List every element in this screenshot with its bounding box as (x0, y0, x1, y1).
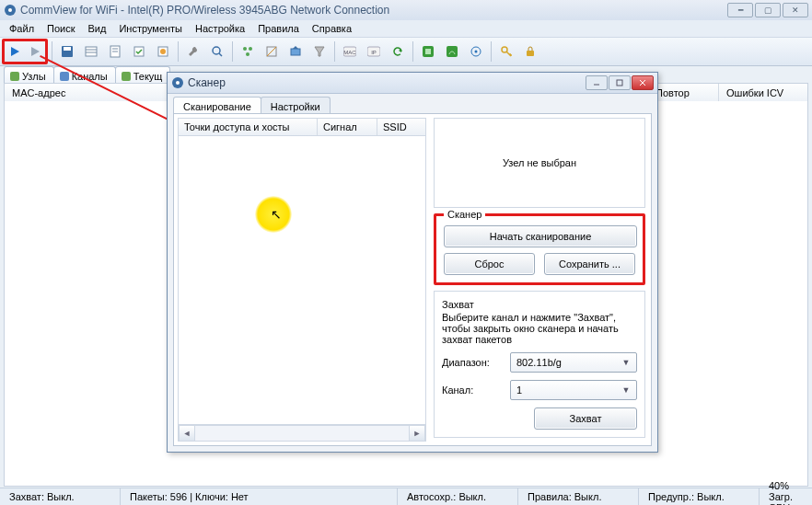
scanner-dialog: Сканер Сканирование Настройки Точки дост… (167, 72, 658, 453)
menu-help[interactable]: Справка (307, 22, 357, 35)
rules-icon[interactable] (128, 40, 150, 63)
scanner-title: Сканер (188, 76, 586, 89)
cursor-icon: ↖ (271, 207, 282, 222)
status-warns: Предупр.: Выкл. (639, 488, 760, 505)
list-icon[interactable] (80, 40, 102, 63)
svg-text:IP: IP (371, 50, 377, 55)
app-icon (4, 4, 17, 17)
capture-legend: Захват (442, 299, 637, 310)
scanner-tabs: Сканирование Настройки (173, 97, 330, 115)
scanner-left-pane: Точки доступа и хосты Сигнал SSID ◄ ► (178, 118, 426, 442)
scanner-right-pane: Узел не выбран Сканер Начать сканировани… (434, 118, 645, 442)
svg-rect-5 (64, 47, 71, 51)
status-autosave: Автосохр.: Выкл. (398, 488, 518, 505)
svg-point-19 (246, 52, 249, 56)
ip-icon[interactable]: IP (363, 40, 385, 63)
tab-nodes-label: Узлы (22, 71, 46, 82)
target-icon[interactable] (465, 40, 487, 63)
tab-channels[interactable]: Каналы (53, 66, 116, 85)
scroll-right-icon[interactable]: ► (409, 426, 425, 441)
svg-point-17 (243, 47, 247, 51)
tab-nodes[interactable]: Узлы (4, 66, 54, 85)
start-scan-button[interactable]: Начать сканирование (444, 225, 637, 247)
packet-gen-icon[interactable] (284, 40, 307, 63)
channel-value: 1 (516, 384, 522, 396)
main-title: CommView for WiFi - Intel(R) PRO/Wireles… (20, 4, 727, 17)
status-cpu: 40% Загр. CPU (760, 488, 812, 505)
capture-hint: Выберите канал и нажмите "Захват", чтобы… (442, 312, 637, 345)
reset-button[interactable]: Сброс (444, 253, 535, 275)
menu-tools[interactable]: Инструменты (113, 22, 188, 35)
tab-scanning[interactable]: Сканирование (173, 97, 261, 115)
node-info-box: Узел не выбран (434, 118, 645, 208)
range-value: 802.11b/g (516, 357, 562, 368)
svg-rect-21 (291, 49, 300, 55)
col-repeat[interactable]: Повтор (648, 84, 719, 102)
scanner-green-icon[interactable] (417, 40, 439, 63)
alarm-icon[interactable] (152, 40, 174, 63)
close-button[interactable]: ✕ (783, 3, 808, 17)
scanner-ap-list[interactable] (178, 136, 426, 425)
scanner-green2-icon[interactable] (441, 40, 463, 63)
reconstr-icon[interactable] (261, 40, 283, 63)
col-ap-hosts[interactable]: Точки доступа и хосты (179, 119, 318, 135)
tab-current[interactable]: Текущ (115, 66, 171, 85)
maximize-button[interactable]: ▢ (755, 3, 781, 17)
channel-label: Канал: (442, 384, 506, 396)
scroll-left-icon[interactable]: ◄ (179, 426, 195, 441)
statusbar: Захват: Выкл. Пакеты: 596 | Ключи: Нет А… (0, 488, 812, 505)
menu-file[interactable]: Файл (4, 22, 40, 35)
scroll-track[interactable] (195, 426, 409, 441)
menubar: Файл Поиск Вид Инструменты Настройка Пра… (0, 20, 812, 37)
col-errors[interactable]: Ошибки ICV (719, 84, 807, 102)
svg-marker-3 (31, 47, 40, 56)
decrypt-icon[interactable] (519, 40, 541, 63)
start-capture-button[interactable] (5, 41, 25, 62)
scanner-legend: Сканер (444, 209, 485, 220)
wrench-icon[interactable] (182, 40, 204, 63)
refresh-icon[interactable] (387, 40, 409, 63)
menu-rules[interactable]: Правила (252, 22, 305, 35)
scanner-hscrollbar[interactable]: ◄ ► (178, 425, 426, 442)
svg-marker-22 (293, 46, 298, 49)
svg-rect-6 (86, 47, 97, 56)
stop-capture-button[interactable] (25, 41, 45, 62)
scanner-app-icon (171, 76, 184, 89)
search-icon[interactable] (206, 40, 228, 63)
start-capture-highlight (2, 39, 48, 64)
svg-marker-2 (11, 47, 19, 56)
scanner-titlebar[interactable]: Сканер (168, 73, 657, 94)
menu-view[interactable]: Вид (83, 22, 112, 35)
log-icon[interactable] (104, 40, 126, 63)
tab-current-label: Текущ (133, 71, 163, 82)
channel-combo[interactable]: 1 ▼ (510, 380, 637, 400)
col-signal[interactable]: Сигнал (318, 119, 377, 135)
filter-icon[interactable] (308, 40, 331, 63)
range-combo[interactable]: 802.11b/g ▼ (510, 352, 637, 373)
svg-rect-39 (617, 80, 622, 86)
mac-icon[interactable]: MAC (339, 40, 361, 63)
minimize-button[interactable]: ━ (727, 3, 753, 17)
scanner-left-heads: Точки доступа и хосты Сигнал SSID (178, 118, 426, 136)
svg-text:MAC: MAC (343, 50, 356, 55)
main-window-buttons: ━ ▢ ✕ (727, 3, 808, 17)
scanner-maximize-button[interactable] (609, 75, 631, 90)
nodes-icon[interactable] (237, 40, 259, 63)
col-ssid[interactable]: SSID (377, 119, 425, 135)
svg-point-18 (249, 47, 252, 51)
svg-point-37 (176, 81, 180, 85)
tab-settings[interactable]: Настройки (261, 97, 331, 115)
menu-search[interactable]: Поиск (41, 22, 80, 35)
svg-line-16 (219, 53, 222, 56)
col-mac[interactable]: MAC-адрес (5, 84, 186, 102)
menu-settings[interactable]: Настройка (190, 22, 250, 35)
key-icon[interactable] (495, 40, 517, 63)
main-titlebar: CommView for WiFi - Intel(R) PRO/Wireles… (0, 0, 812, 21)
save-button[interactable]: Сохранить ... (544, 253, 635, 275)
capture-button[interactable]: Захват (534, 407, 637, 430)
status-packets: Пакеты: 596 | Ключи: Нет (121, 488, 398, 505)
scanner-close-button[interactable] (632, 75, 654, 90)
save-icon[interactable] (56, 40, 78, 63)
scanner-fieldset: Сканер Начать сканирование Сброс Сохрани… (434, 213, 645, 285)
scanner-minimize-button[interactable] (586, 75, 608, 90)
